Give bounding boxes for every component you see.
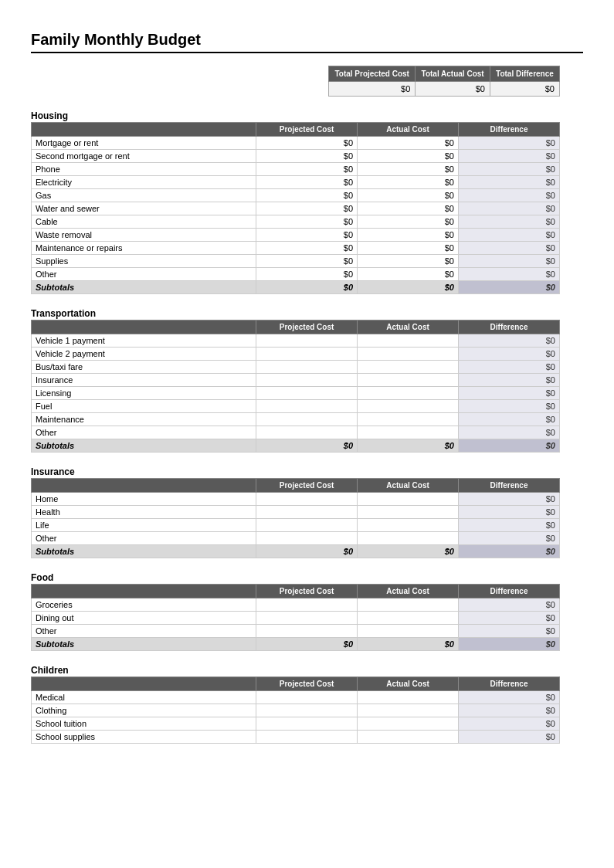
row-difference: $0 [459, 255, 560, 268]
row-label: Vehicle 2 payment [32, 348, 256, 361]
table-transportation: Projected CostActual CostDifferenceVehic… [31, 320, 560, 453]
row-difference: $0 [459, 281, 560, 294]
row-label: Mortgage or rent [32, 137, 256, 150]
row-projected: $0 [256, 268, 358, 281]
col-header-2: Difference [459, 320, 560, 334]
table-row: Cable$0$0$0 [32, 215, 560, 229]
row-difference: $0 [459, 163, 560, 176]
row-label: Vehicle 1 payment [32, 334, 256, 348]
row-projected: $0 [256, 545, 358, 558]
row-label: Health [32, 506, 256, 519]
col-header-label [32, 677, 256, 691]
summary-header-difference: Total Difference [490, 66, 559, 82]
row-projected: $0 [256, 439, 358, 453]
table-row: Vehicle 1 payment$0 [32, 334, 560, 348]
section-title-insurance: Insurance [31, 466, 583, 477]
col-header-2: Difference [459, 123, 560, 137]
row-label: Life [32, 519, 256, 532]
table-wrapper-children: Projected CostActual CostDifferenceMedic… [31, 676, 583, 744]
row-projected: $0 [256, 150, 358, 163]
row-actual [358, 361, 459, 374]
col-header-0: Projected Cost [256, 585, 358, 598]
row-difference: $0 [459, 506, 560, 519]
table-row: Electricity$0$0$0 [32, 176, 560, 189]
table-row: Licensing$0 [32, 387, 560, 400]
col-header-2: Difference [459, 585, 560, 598]
col-header-label [32, 123, 256, 137]
table-row: Maintenance or repairs$0$0$0 [32, 242, 560, 255]
row-projected: $0 [256, 215, 358, 229]
row-label: Fuel [32, 400, 256, 413]
section-children: ChildrenProjected CostActual CostDiffere… [31, 665, 583, 744]
row-difference: $0 [459, 400, 560, 413]
row-projected [256, 334, 358, 348]
row-actual [358, 625, 459, 638]
row-actual [358, 717, 459, 731]
col-header-label [32, 585, 256, 598]
row-label: Medical [32, 691, 256, 704]
section-insurance: InsuranceProjected CostActual CostDiffer… [31, 466, 583, 558]
row-actual [358, 612, 459, 625]
row-difference: $0 [459, 625, 560, 638]
row-difference: $0 [459, 598, 560, 612]
row-projected: $0 [256, 255, 358, 268]
row-actual [358, 374, 459, 387]
col-header-label [32, 320, 256, 334]
row-projected [256, 731, 358, 744]
row-actual: $0 [358, 638, 459, 651]
row-difference: $0 [459, 348, 560, 361]
row-actual: $0 [358, 242, 459, 255]
table-housing: Projected CostActual CostDifferenceMortg… [31, 122, 560, 294]
col-header-2: Difference [459, 677, 560, 691]
row-difference: $0 [459, 150, 560, 163]
table-row: Subtotals$0$0$0 [32, 281, 560, 294]
row-projected: $0 [256, 242, 358, 255]
row-difference: $0 [459, 519, 560, 532]
table-row: Other$0 [32, 532, 560, 545]
row-difference: $0 [459, 229, 560, 242]
table-row: Subtotals$0$0$0 [32, 439, 560, 453]
row-label: Second mortgage or rent [32, 150, 256, 163]
row-difference: $0 [459, 374, 560, 387]
row-label: Insurance [32, 374, 256, 387]
row-actual: $0 [358, 229, 459, 242]
row-projected [256, 361, 358, 374]
row-actual: $0 [358, 545, 459, 558]
row-label: School tuition [32, 717, 256, 731]
col-header-1: Actual Cost [358, 479, 459, 493]
row-actual [358, 426, 459, 439]
section-title-housing: Housing [31, 110, 583, 121]
row-difference: $0 [459, 176, 560, 189]
row-projected [256, 506, 358, 519]
row-projected [256, 532, 358, 545]
col-header-0: Projected Cost [256, 320, 358, 334]
table-row: Second mortgage or rent$0$0$0 [32, 150, 560, 163]
row-actual [358, 493, 459, 506]
row-label: Electricity [32, 176, 256, 189]
row-difference: $0 [459, 215, 560, 229]
row-label: Maintenance [32, 413, 256, 426]
row-projected: $0 [256, 638, 358, 651]
row-label: Bus/taxi fare [32, 361, 256, 374]
row-difference: $0 [459, 426, 560, 439]
row-projected [256, 625, 358, 638]
row-difference: $0 [459, 202, 560, 215]
row-label: Licensing [32, 387, 256, 400]
sections-container: HousingProjected CostActual CostDifferen… [31, 110, 583, 744]
table-row: Dining out$0 [32, 612, 560, 625]
section-title-transportation: Transportation [31, 308, 583, 319]
row-label: Groceries [32, 598, 256, 612]
row-label: Clothing [32, 704, 256, 717]
row-projected [256, 519, 358, 532]
row-projected [256, 426, 358, 439]
table-food: Projected CostActual CostDifferenceGroce… [31, 584, 560, 651]
col-header-1: Actual Cost [358, 320, 459, 334]
table-row: Life$0 [32, 519, 560, 532]
row-actual: $0 [358, 281, 459, 294]
row-label: Other [32, 532, 256, 545]
table-wrapper-insurance: Projected CostActual CostDifferenceHome$… [31, 478, 583, 558]
row-label: Other [32, 268, 256, 281]
table-row: Water and sewer$0$0$0 [32, 202, 560, 215]
row-label: Home [32, 493, 256, 506]
table-row: Phone$0$0$0 [32, 163, 560, 176]
